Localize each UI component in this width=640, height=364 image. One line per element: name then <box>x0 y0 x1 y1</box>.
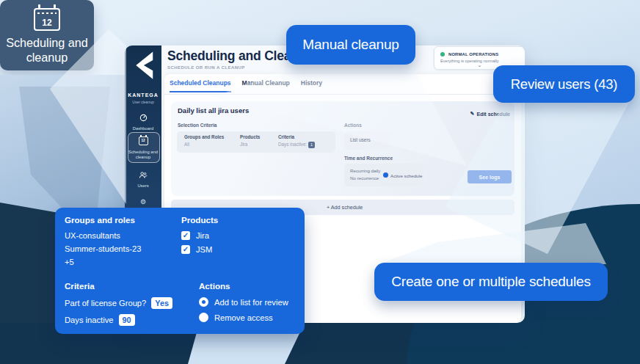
bg-dark-left-shape <box>0 203 59 335</box>
action-value-box: List users <box>344 131 392 150</box>
see-logs-button[interactable]: See logs <box>468 170 512 183</box>
page-subtitle: SCHEDULE OR RUN A CLEANUP <box>167 65 245 70</box>
action-label: Remove access <box>214 313 273 322</box>
tab-manual-cleanup[interactable]: Manual Cleanup <box>242 79 290 92</box>
review-users-callout[interactable]: Review users (43) <box>493 65 635 103</box>
edit-schedule-label: Edit schedule <box>476 112 510 117</box>
feature-badge: 12 Scheduling and cleanup <box>0 0 94 70</box>
criteria-header: Criteria <box>65 281 172 291</box>
users-icon <box>139 169 148 181</box>
recurrence-box: Recurring daily No recurrence Active sch… <box>344 164 423 186</box>
actions-header: Actions <box>199 281 288 291</box>
sidebar-item-scheduling[interactable]: 12 Scheduling and cleanup <box>125 135 161 160</box>
radio-unselected-icon[interactable] <box>199 313 208 322</box>
pencil-icon: ✎ <box>470 111 475 117</box>
sidebar-item-label: Users <box>125 183 161 189</box>
product-label: JSM <box>196 245 212 254</box>
column-header: Groups and Roles <box>184 134 224 139</box>
add-schedule-label: + Add schedule <box>327 204 363 211</box>
gear-icon: ⚙ <box>140 198 146 205</box>
action-option: Remove access <box>199 313 288 322</box>
status-dot-icon <box>440 52 445 57</box>
marketing-graphic: KANTEGA User cleanup Dashboard 12 Schedu… <box>0 0 640 364</box>
groups-quadrant: Groups and roles UX-consultants Summer-s… <box>65 215 176 271</box>
gauge-icon <box>139 112 148 125</box>
calendar-icon: 12 <box>34 8 60 31</box>
calendar-icon: 12 <box>139 136 148 145</box>
selection-criteria-label: Selection Criteria <box>178 123 217 128</box>
brand-name: KANTEGA <box>125 92 161 98</box>
active-schedule-label: Active schedule <box>390 173 422 178</box>
actions-quadrant: Actions Add to list for review Remove ac… <box>199 281 288 328</box>
active-dot-icon <box>383 172 388 178</box>
column-header: Products <box>240 134 260 139</box>
status-label: NORMAL OPERATIONS <box>448 52 498 57</box>
groups-header: Groups and roles <box>65 215 176 225</box>
criteria-label: Days inactive <box>65 316 114 324</box>
feature-badge-label: Scheduling and cleanup <box>0 36 94 65</box>
column-header: Criteria <box>278 134 294 139</box>
products-quadrant: Products ✓ Jira ✓ JSM <box>181 215 218 259</box>
group-item: Summer-students-23 <box>65 244 176 253</box>
sidebar-item-settings[interactable]: ⚙ <box>125 194 161 207</box>
radio-selected-icon[interactable] <box>199 297 208 307</box>
schedule-title: Daily list all jira users <box>178 106 249 114</box>
tab-divider <box>164 94 521 95</box>
recurrence-line: Recurring daily <box>350 168 380 173</box>
criteria-label: Part of license Group? <box>65 299 146 307</box>
criteria-value-chip[interactable]: Yes <box>151 297 172 309</box>
time-recurrence-label: Time and Recurrence <box>344 156 393 161</box>
column-value: Jira <box>240 142 247 147</box>
criteria-value-chip[interactable]: 90 <box>119 314 135 326</box>
recurrence-line: No recurrence <box>350 175 379 181</box>
actions-label: Actions <box>344 123 362 128</box>
action-label: Add to list for review <box>214 298 288 307</box>
column-value: Days inactive: 1 <box>278 142 315 148</box>
brand-subtitle: User cleanup <box>125 100 161 104</box>
kantega-logo-icon <box>132 51 154 81</box>
schedule-section: Daily list all jira users Selection Crit… <box>171 101 514 196</box>
column-value: All <box>184 142 189 147</box>
products-header: Products <box>181 215 218 225</box>
sidebar-item-users[interactable]: Users <box>125 169 161 189</box>
checkbox-checked-icon[interactable]: ✓ <box>181 245 190 254</box>
selection-criteria-box: Groups and Roles All Products Jira Crite… <box>177 131 335 153</box>
sidebar-item-dashboard[interactable]: Dashboard <box>125 112 161 131</box>
bg-mid-blue-shape <box>0 75 126 214</box>
sidebar-item-label: Dashboard <box>125 126 161 131</box>
product-label: Jira <box>196 231 209 240</box>
product-option: ✓ JSM <box>181 245 218 254</box>
product-option: ✓ Jira <box>181 231 218 240</box>
tab-scheduled-cleanups[interactable]: Scheduled Cleanups <box>170 79 231 92</box>
action-value: List users <box>350 137 371 142</box>
tab-history[interactable]: History <box>301 79 322 92</box>
group-item: +5 <box>65 258 176 266</box>
create-schedules-callout[interactable]: Create one or multiple schedules <box>374 263 608 301</box>
manual-cleanup-callout[interactable]: Manual cleanup <box>286 25 415 65</box>
criteria-quadrant: Criteria Part of license Group? Yes Days… <box>65 281 172 331</box>
criteria-row: Days inactive 90 <box>65 314 172 326</box>
sidebar-item-label: Scheduling and cleanup <box>125 150 161 160</box>
tab-bar: Scheduled Cleanups Manual Cleanup Histor… <box>170 79 322 92</box>
schedule-detail-panel: Groups and roles UX-consultants Summer-s… <box>55 208 305 334</box>
criteria-row: Part of license Group? Yes <box>65 297 172 309</box>
edit-schedule-button[interactable]: ✎ Edit schedule <box>470 111 510 117</box>
group-item: UX-consultants <box>65 231 176 240</box>
days-inactive-badge: 1 <box>308 142 315 148</box>
checkbox-checked-icon[interactable]: ✓ <box>181 231 190 240</box>
action-option: Add to list for review <box>199 297 288 307</box>
